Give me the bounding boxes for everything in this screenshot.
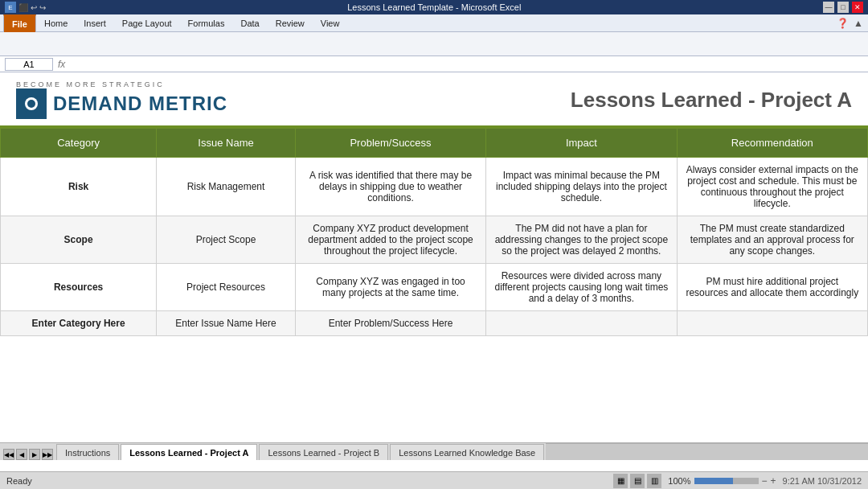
cell-category[interactable]: Resources xyxy=(1,264,157,311)
ribbon-expand-icon[interactable]: ▲ xyxy=(854,18,863,29)
cell-impact[interactable]: Resources were divided across many diffe… xyxy=(486,264,677,311)
lessons-table: Category Issue Name Problem/Success Impa… xyxy=(0,128,868,336)
maximize-button[interactable]: □ xyxy=(837,2,849,13)
cell-recommendation[interactable]: The PM must create standardized template… xyxy=(677,216,867,264)
page-break-view-icon[interactable]: ▥ xyxy=(647,474,661,488)
app-icon: E xyxy=(5,2,16,13)
tab-review[interactable]: Review xyxy=(268,14,313,32)
tab-formulas[interactable]: Formulas xyxy=(180,14,233,32)
quick-access: ⬛ ↩ ↪ xyxy=(18,3,46,12)
tab-home[interactable]: Home xyxy=(36,14,76,32)
datetime: 9:21 AM 10/31/2012 xyxy=(783,476,862,486)
logo-svg xyxy=(19,92,43,116)
tab-data[interactable]: Data xyxy=(232,14,267,32)
col-header-impact: Impact xyxy=(486,129,677,158)
tab-insert[interactable]: Insert xyxy=(76,14,114,32)
col-header-category: Category xyxy=(1,129,157,158)
table-row[interactable]: Enter Category HereEnter Issue Name Here… xyxy=(1,311,868,336)
page-layout-view-icon[interactable]: ▤ xyxy=(630,474,645,488)
excel-content: Become More Strategic Demand Metric Less… xyxy=(0,72,868,442)
status-bar: Ready ▦ ▤ ▥ 100% − + 9:21 AM 10/31/2012 xyxy=(0,471,868,489)
zoom-level: 100% xyxy=(668,476,690,486)
view-icons[interactable]: ▦ ▤ ▥ xyxy=(613,474,661,488)
cell-problem[interactable]: Company XYZ was engaged in too many proj… xyxy=(295,264,485,311)
cell-issue_name[interactable]: Risk Management xyxy=(157,158,296,216)
zoom-out-icon[interactable]: − xyxy=(762,475,768,487)
fx-label: fx xyxy=(58,59,65,70)
sheet-tab[interactable]: Lessons Learned Knowledge Base xyxy=(390,444,544,460)
tab-file[interactable]: File xyxy=(3,14,36,32)
logo-icon xyxy=(16,88,47,119)
help-icon[interactable]: ❓ xyxy=(837,18,849,29)
sheet-tab[interactable]: Instructions xyxy=(56,444,119,460)
window-title: Lessons Learned Template - Microsoft Exc… xyxy=(46,2,823,12)
cell-impact[interactable] xyxy=(486,311,677,336)
page-title: Lessons Learned - Project A xyxy=(571,88,852,113)
table-row[interactable]: ResourcesProject ResourcesCompany XYZ wa… xyxy=(1,264,868,311)
sheet-nav-prev[interactable]: ◀ xyxy=(16,449,27,460)
cell-recommendation[interactable]: PM must hire additional project resource… xyxy=(677,264,867,311)
table-header-row: Category Issue Name Problem/Success Impa… xyxy=(1,129,868,158)
table-row[interactable]: RiskRisk ManagementA risk was identified… xyxy=(1,158,868,216)
normal-view-icon[interactable]: ▦ xyxy=(613,474,628,488)
sheet-nav-next[interactable]: ▶ xyxy=(29,449,40,460)
table-row[interactable]: ScopeProject ScopeCompany XYZ product de… xyxy=(1,216,868,264)
minimize-button[interactable]: — xyxy=(823,2,834,13)
formula-bar: fx xyxy=(0,56,868,72)
sheet-nav-first[interactable]: ◀◀ xyxy=(3,449,14,460)
header-section: Become More Strategic Demand Metric Less… xyxy=(0,72,868,128)
cell-issue_name[interactable]: Enter Issue Name Here xyxy=(157,311,296,336)
tab-view[interactable]: View xyxy=(313,14,348,32)
cell-category[interactable]: Risk xyxy=(1,158,157,216)
sheet-nav-last[interactable]: ▶▶ xyxy=(42,449,53,460)
cell-problem[interactable]: A risk was identified that there may be … xyxy=(295,158,485,216)
logo-main: Demand Metric xyxy=(16,88,227,119)
status-ready: Ready xyxy=(6,476,32,486)
cell-problem[interactable]: Company XYZ product development departme… xyxy=(295,216,485,264)
title-bar-icons: E ⬛ ↩ ↪ xyxy=(5,2,46,13)
zoom-slider[interactable] xyxy=(694,478,759,484)
close-button[interactable]: ✕ xyxy=(852,2,863,13)
cell-impact[interactable]: Impact was minimal because the PM includ… xyxy=(486,158,677,216)
sheet-nav-buttons[interactable]: ◀◀ ◀ ▶ ▶▶ xyxy=(0,449,53,460)
zoom-slider-fill xyxy=(694,478,733,484)
status-right: ▦ ▤ ▥ 100% − + 9:21 AM 10/31/2012 xyxy=(613,474,862,488)
zoom-in-icon[interactable]: + xyxy=(771,475,776,487)
logo-area: Become More Strategic Demand Metric xyxy=(16,80,227,119)
tab-page-layout[interactable]: Page Layout xyxy=(114,14,180,32)
col-header-problem: Problem/Success xyxy=(295,129,485,158)
cell-problem[interactable]: Enter Problem/Success Here xyxy=(295,311,485,336)
cell-impact[interactable]: The PM did not have a plan for addressin… xyxy=(486,216,677,264)
logo-tagline: Become More Strategic xyxy=(16,80,227,88)
cell-recommendation[interactable] xyxy=(677,311,867,336)
col-header-issue: Issue Name xyxy=(157,129,296,158)
cell-category[interactable]: Scope xyxy=(1,216,157,264)
sheet-tab[interactable]: Lessons Learned - Project B xyxy=(259,444,388,460)
title-bar: E ⬛ ↩ ↪ Lessons Learned Template - Micro… xyxy=(0,0,868,14)
ribbon-tabs: File Home Insert Page Layout Formulas Da… xyxy=(0,14,868,32)
cell-issue_name[interactable]: Project Resources xyxy=(157,264,296,311)
sheet-tab[interactable]: Lessons Learned - Project A xyxy=(121,444,257,460)
ribbon-content xyxy=(0,32,868,56)
window-controls[interactable]: — □ ✕ xyxy=(823,2,863,13)
zoom-control[interactable]: 100% − + xyxy=(668,475,776,487)
cell-recommendation[interactable]: Always consider external impacts on the … xyxy=(677,158,867,216)
logo-name: Demand Metric xyxy=(53,92,227,115)
cell-issue_name[interactable]: Project Scope xyxy=(157,216,296,264)
col-header-recommendation: Recommendation xyxy=(677,129,867,158)
cell-category[interactable]: Enter Category Here xyxy=(1,311,157,336)
sheet-tabs-container[interactable]: InstructionsLessons Learned - Project AL… xyxy=(56,444,546,460)
name-box[interactable] xyxy=(5,58,53,71)
svg-point-2 xyxy=(27,100,35,108)
sheet-tabs-bar: ◀◀ ◀ ▶ ▶▶ InstructionsLessons Learned - … xyxy=(0,442,868,460)
sheet-area-filler xyxy=(546,443,868,460)
